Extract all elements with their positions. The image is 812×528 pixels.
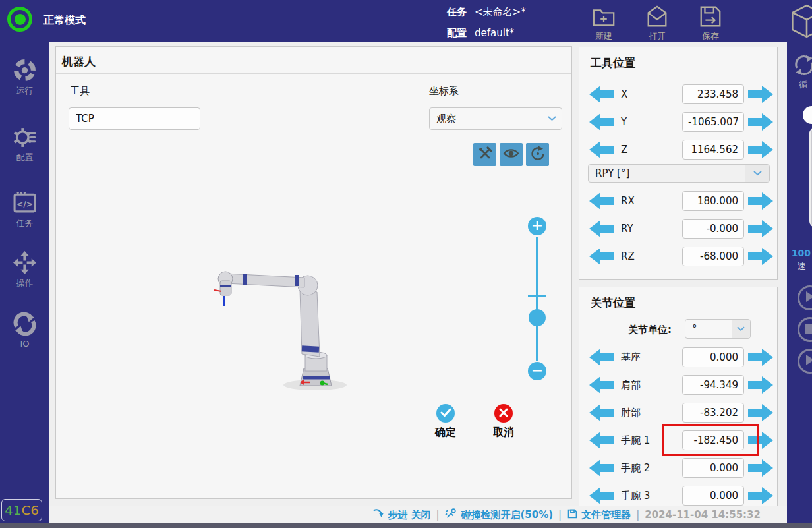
- axis-value-input[interactable]: [682, 84, 744, 104]
- rotate-icon: [530, 146, 546, 164]
- jog-plus-button[interactable]: [748, 486, 773, 505]
- config-line: 配置 default*: [447, 27, 514, 40]
- jog-minus-button[interactable]: [589, 431, 614, 450]
- axis-value-input[interactable]: [682, 247, 744, 266]
- left-sidebar: 运行 配置: [0, 42, 49, 523]
- coord-system-select[interactable]: 观察: [429, 107, 562, 130]
- step-mode-status[interactable]: 步进 关闭: [372, 508, 430, 522]
- sidebar-item-label: 运行: [0, 85, 49, 97]
- axis-value-input[interactable]: [682, 140, 744, 160]
- joint-value-input[interactable]: [682, 375, 744, 395]
- new-task-button[interactable]: 新建: [584, 4, 624, 42]
- jog-minus-button[interactable]: [589, 140, 614, 159]
- sidebar-item-label: 配置: [0, 152, 49, 163]
- collision-label: 碰撞检测开启(50%): [461, 509, 553, 521]
- joint-unit-label: 关节单位:: [586, 324, 672, 336]
- zoom-in-button[interactable]: +: [528, 217, 546, 235]
- zoom-slider-handle[interactable]: [529, 309, 546, 326]
- new-task-label: 新建: [584, 30, 624, 42]
- sidebar-item-label: 任务: [0, 218, 49, 229]
- joint-row-base: 基座: [579, 343, 778, 371]
- save-icon: [691, 4, 730, 29]
- jog-plus-button[interactable]: [748, 113, 773, 131]
- jog-plus-button[interactable]: [748, 459, 773, 477]
- axis-value-input[interactable]: [682, 112, 744, 132]
- jog-plus-button[interactable]: [748, 431, 773, 450]
- chevron-down-icon: [745, 165, 769, 182]
- open-task-label: 打开: [637, 30, 677, 42]
- step-play-button[interactable]: [798, 349, 812, 374]
- jog-plus-button[interactable]: [748, 85, 773, 103]
- jog-plus-button[interactable]: [748, 403, 773, 422]
- open-icon: [637, 4, 677, 29]
- sidebar-item-io[interactable]: IO: [0, 312, 49, 349]
- rotation-format-select[interactable]: RPY [°]: [588, 164, 770, 183]
- code-window-icon: </>: [0, 191, 49, 215]
- right-strip: 循 100 速: [787, 42, 812, 523]
- cancel-button[interactable]: [494, 404, 513, 423]
- sidebar-item-config[interactable]: 配置: [0, 125, 49, 163]
- jog-minus-button[interactable]: [589, 459, 614, 477]
- jog-minus-button[interactable]: [589, 113, 614, 131]
- joint-value-input[interactable]: [682, 347, 744, 367]
- zoom-slider-track[interactable]: [536, 237, 538, 361]
- jog-minus-button[interactable]: [589, 486, 614, 505]
- play-icon: [805, 355, 812, 368]
- axis-value-input[interactable]: [682, 219, 744, 239]
- jog-plus-button[interactable]: [748, 348, 773, 367]
- view-button[interactable]: [500, 143, 523, 166]
- confirm-button[interactable]: [436, 404, 455, 423]
- file-manager-button[interactable]: 文件管理器: [567, 508, 631, 522]
- sidebar-item-task[interactable]: </> 任务: [0, 191, 49, 229]
- chevron-down-icon: [732, 320, 750, 338]
- robot-3d-view[interactable]: [205, 264, 350, 396]
- collision-status[interactable]: 碰撞检测开启(50%): [444, 508, 553, 522]
- tool-label: 工具: [70, 85, 90, 98]
- axis-row-x: X: [579, 80, 778, 108]
- stop-icon: [805, 324, 812, 336]
- jog-minus-button[interactable]: [589, 192, 614, 210]
- open-task-button[interactable]: 打开: [637, 4, 677, 42]
- play-button[interactable]: [798, 285, 812, 310]
- speed-slider-track[interactable]: [809, 127, 812, 227]
- zoom-out-button[interactable]: −: [528, 362, 546, 380]
- sidebar-item-operate[interactable]: 操作: [0, 250, 49, 289]
- save-task-button[interactable]: 保存: [691, 4, 730, 42]
- axis-value-input[interactable]: [682, 191, 744, 211]
- loop-icon[interactable]: [792, 53, 812, 80]
- jog-minus-button[interactable]: [589, 247, 614, 266]
- jog-plus-button[interactable]: [748, 140, 773, 159]
- status-badge: 41C6: [1, 499, 42, 521]
- joint-value-input[interactable]: [682, 486, 744, 506]
- jog-minus-button[interactable]: [589, 376, 614, 394]
- jog-minus-button[interactable]: [589, 85, 614, 103]
- jog-minus-button[interactable]: [589, 403, 614, 422]
- axis-row-y: Y: [579, 108, 778, 136]
- axis-label: RX: [621, 195, 682, 207]
- joint-value-input[interactable]: [682, 403, 744, 423]
- joint-value-input[interactable]: [682, 458, 744, 478]
- rotate-view-button[interactable]: [526, 143, 549, 166]
- cube-icon[interactable]: [791, 4, 812, 41]
- close-icon: [499, 407, 508, 420]
- jog-minus-button[interactable]: [589, 348, 614, 367]
- tools-settings-button[interactable]: [473, 143, 496, 166]
- jog-plus-button[interactable]: [748, 220, 773, 238]
- floppy-icon: [567, 508, 578, 522]
- tool-input[interactable]: [69, 107, 200, 130]
- joint-unit-select[interactable]: °: [685, 319, 751, 339]
- jog-plus-button[interactable]: [748, 376, 773, 394]
- stop-button[interactable]: [798, 317, 812, 342]
- axis-label: RZ: [621, 250, 682, 262]
- jog-plus-button[interactable]: [748, 192, 773, 210]
- axis-label: X: [621, 88, 682, 100]
- joint-label: 手腕 3: [621, 490, 682, 502]
- jog-minus-button[interactable]: [589, 220, 614, 238]
- badge-left: 41: [5, 502, 21, 518]
- wrench-icon: [477, 146, 493, 164]
- sidebar-item-run[interactable]: 运行: [0, 58, 49, 97]
- sidebar-item-label: 操作: [0, 278, 49, 289]
- speed-slider-handle[interactable]: [803, 106, 812, 124]
- joint-value-input[interactable]: [682, 430, 744, 450]
- jog-plus-button[interactable]: [748, 247, 773, 266]
